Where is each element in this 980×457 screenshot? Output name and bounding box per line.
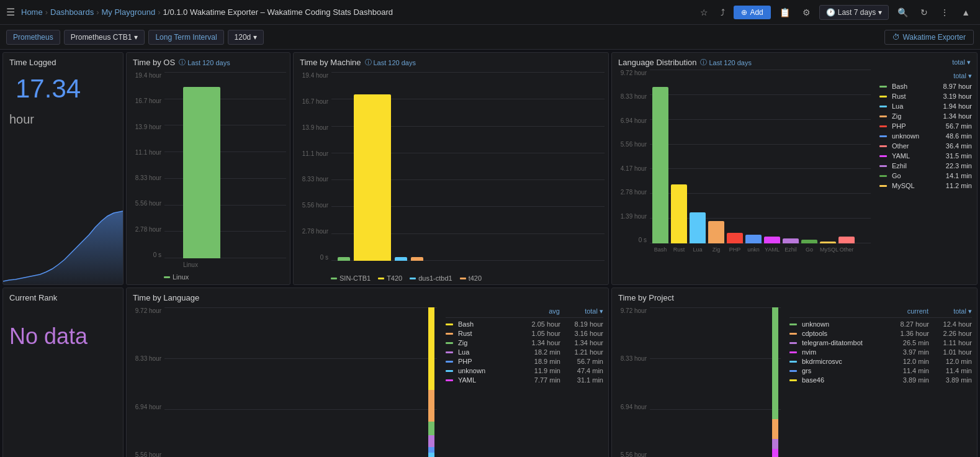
bar-ezhil xyxy=(783,238,799,243)
lang-row-zig: Zig1.34 hour1.34 hour xyxy=(446,339,603,346)
add-button[interactable]: ⊕ Add xyxy=(734,6,770,19)
bar-unknown xyxy=(745,235,762,243)
breadcrumb: Home › Dashboards › My Playground › 1/0.… xyxy=(21,7,393,17)
info-icon: ⓘ xyxy=(700,58,707,67)
hamburger-icon[interactable]: ☰ xyxy=(6,6,15,18)
more-icon[interactable]: ⋮ xyxy=(937,5,953,20)
time-by-os-header: Time by OS ⓘ Last 120 days xyxy=(127,53,290,70)
y-axis-bylang: 9.72 hour 8.33 hour 6.94 hour 5.56 hour xyxy=(130,307,164,457)
bar-yaml xyxy=(764,237,780,243)
legend-linux: Linux xyxy=(164,273,189,281)
breadcrumb-title: 1/0.1.0 Wakatime Exporter – Wakatime Cod… xyxy=(163,7,393,17)
proj-row-telegram: telegram-ditatombot26.5 min1.11 hour xyxy=(789,339,972,346)
lang-dist-legend: total ▾ Bash8.97 hour Rust3.19 hour Lua1… xyxy=(874,70,977,284)
lang-row-bash: Bash2.05 hour8.19 hour xyxy=(446,320,603,328)
legend-lua: Lua1.94 hour xyxy=(879,102,972,110)
lang-table: avg total ▾ Bash2.05 hour8.19 hour Rust1… xyxy=(441,305,608,457)
report-icon[interactable]: 📋 xyxy=(776,5,794,20)
zoom-icon[interactable]: 🔍 xyxy=(894,5,912,20)
current-rank-header: Current Rank xyxy=(3,288,123,305)
time-by-os-panel: Time by OS ⓘ Last 120 days 19.4 hour 16.… xyxy=(126,52,290,285)
time-range-button[interactable]: 🕐 Last 7 days ▾ xyxy=(819,5,889,20)
share-icon[interactable]: ⤴ xyxy=(717,5,729,20)
interval-label[interactable]: Long Term Interval xyxy=(148,30,223,45)
time-by-os-title: Time by OS xyxy=(133,58,175,67)
clock-icon: 🕐 xyxy=(826,8,835,17)
machine-legend: SIN-CTB1 T420 dus1-ctbd1 t420 xyxy=(294,273,608,284)
chevron-down-icon: ▾ xyxy=(134,33,138,42)
info-icon: ⓘ xyxy=(365,58,372,67)
time-by-os-subtitle: ⓘ Last 120 days xyxy=(179,58,230,67)
total-sort-lang[interactable]: total ▾ xyxy=(560,307,603,315)
bar-t420 xyxy=(354,94,391,261)
bar-rust xyxy=(671,184,687,243)
time-by-project-header: Time by Project xyxy=(612,288,977,305)
bar-other xyxy=(838,237,855,243)
chevron-down-icon: ▾ xyxy=(878,8,882,17)
bar-lua xyxy=(690,212,706,243)
legend-total-sort[interactable]: total ▾ xyxy=(879,72,972,80)
legend-mysql: MySQL11.2 min xyxy=(879,182,972,189)
lang-row-unknown: unknown11.9 min47.4 min xyxy=(446,367,603,374)
star-icon[interactable]: ☆ xyxy=(696,5,712,20)
sparkline xyxy=(3,210,123,284)
wakatime-button[interactable]: ⏱ Wakatime Exporter xyxy=(884,30,974,45)
proj-row-cdptools: cdptools1.36 hour2.26 hour xyxy=(789,330,972,337)
collapse-icon[interactable]: ▲ xyxy=(958,5,974,20)
bar-t420-lower xyxy=(411,257,423,261)
time-by-machine-panel: Time by Machine ⓘ Last 120 days 19.4 hou… xyxy=(293,52,609,285)
y-axis-byproject: 9.72 hour 8.33 hour 6.94 hour 5.56 hour xyxy=(616,307,650,457)
proj-row-bkdr: bkdrmicrosvc12.0 min12.0 min xyxy=(789,358,972,365)
bar-linux xyxy=(183,87,220,258)
legend-rust: Rust3.19 hour xyxy=(879,93,972,100)
interval-select[interactable]: 120d ▾ xyxy=(228,30,264,45)
proj-row-unknown: unknown8.27 hour12.4 hour xyxy=(789,320,972,328)
prometheus-tag[interactable]: Prometheus xyxy=(6,30,60,45)
breadcrumb-dashboards[interactable]: Dashboards xyxy=(50,7,94,17)
chevron-down-icon: ▾ xyxy=(253,33,257,42)
toolbar: Prometheus Prometheus CTB1 ▾ Long Term I… xyxy=(0,25,980,50)
time-by-language-panel: Time by Language 9.72 hour 8.33 hour 6.9… xyxy=(126,287,609,457)
lang-row-lua: Lua18.2 min1.21 hour xyxy=(446,348,603,356)
lang-dist-header: Language Distribution ⓘ Last 120 days to… xyxy=(612,53,977,70)
legend-other: Other36.4 min xyxy=(879,142,972,150)
proj-row-base46: base463.89 min3.89 min xyxy=(789,376,972,384)
wakatime-icon: ⏱ xyxy=(892,33,900,42)
lang-table-header: avg total ▾ xyxy=(446,307,603,318)
proj-row-grs: grs11.4 min11.4 min xyxy=(789,367,972,374)
datasource-select[interactable]: Prometheus CTB1 ▾ xyxy=(64,30,145,45)
bar-sin-ctb1 xyxy=(338,257,350,261)
legend-yaml: YAML31.5 min xyxy=(879,152,972,160)
settings-icon[interactable]: ⚙ xyxy=(799,5,814,20)
dashboard: Time Logged 17.34 hour Tim xyxy=(0,50,980,457)
project-table: current total ▾ unknown8.27 hour12.4 hou… xyxy=(784,305,977,457)
legend-unknown: unknown48.6 min xyxy=(879,132,972,140)
project-table-header: current total ▾ xyxy=(789,307,972,318)
total-sort-project[interactable]: total ▾ xyxy=(928,307,972,315)
proj-row-nvim: nvim3.97 min1.01 hour xyxy=(789,348,972,356)
os-legend: Linux xyxy=(127,271,290,284)
y-axis-os: 19.4 hour 16.7 hour 13.9 hour 11.1 hour … xyxy=(130,72,164,271)
legend-bash: Bash8.97 hour xyxy=(879,83,972,90)
stacked-bar-lang xyxy=(428,307,434,457)
time-logged-value: 17.34 hour xyxy=(9,61,81,132)
breadcrumb-playground[interactable]: My Playground xyxy=(101,7,155,17)
add-icon: ⊕ xyxy=(741,8,747,17)
current-rank-panel: Current Rank No data xyxy=(2,287,124,457)
breadcrumb-home[interactable]: Home xyxy=(21,7,43,17)
time-by-machine-header: Time by Machine ⓘ Last 120 days xyxy=(294,53,608,70)
legend-zig: Zig1.34 hour xyxy=(879,112,972,120)
bar-zig xyxy=(708,221,724,243)
nav-icons: ☆ ⤴ ⊕ Add 📋 ⚙ 🕐 Last 7 days ▾ 🔍 ↻ ⋮ ▲ xyxy=(696,5,974,20)
current-rank-title: Current Rank xyxy=(9,293,57,302)
bar-php xyxy=(727,233,743,243)
refresh-icon[interactable]: ↻ xyxy=(917,5,932,20)
total-sort[interactable]: total ▾ xyxy=(952,58,971,66)
language-dist-panel: Language Distribution ⓘ Last 120 days to… xyxy=(611,52,978,285)
stacked-bar-project xyxy=(772,307,778,457)
y-axis-machine: 19.4 hour 16.7 hour 13.9 hour 11.1 hour … xyxy=(297,72,331,273)
bar-bash xyxy=(652,87,668,243)
time-by-project-panel: Time by Project 9.72 hour 8.33 hour 6.94… xyxy=(611,287,978,457)
legend-php: PHP56.7 min xyxy=(879,122,972,130)
legend-ezhil: Ezhil22.3 min xyxy=(879,162,972,170)
